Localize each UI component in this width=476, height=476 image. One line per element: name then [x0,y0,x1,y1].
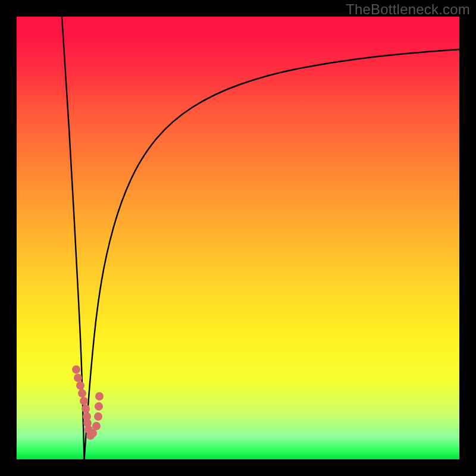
highlight-dot [95,392,104,400]
curve-right-branch [84,49,460,459]
watermark-text: TheBottleneck.com [346,1,470,18]
chart-frame: TheBottleneck.com [0,0,476,476]
highlight-dot [76,381,84,390]
chart-svg [17,17,459,459]
highlight-dot [92,422,101,430]
highlight-dot [95,402,103,411]
highlight-dot [78,389,86,397]
highlight-dot [72,365,80,374]
highlight-dot [82,405,90,413]
highlight-dot [74,374,82,382]
plot-area [17,17,459,459]
highlight-dots [72,365,104,440]
curve-group [62,17,459,459]
highlight-dot [89,429,97,437]
highlight-dot [94,412,102,421]
highlight-dot [80,397,88,405]
